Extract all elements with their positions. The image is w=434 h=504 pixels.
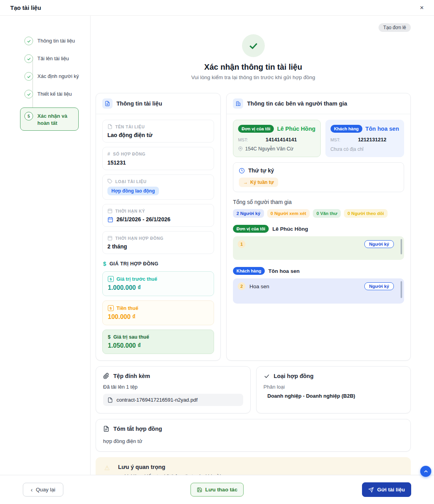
calendar-icon [107,235,113,241]
mode-badge[interactable]: Tạo đơn lẻ [379,23,411,32]
followers-count-badge: 0 Người theo dõi [344,209,388,218]
card-title: Tệp đính kèm [113,373,150,379]
warning-icon: ⚠ [104,464,110,472]
check-icon [24,54,33,63]
clerk-count-badge: 0 Văn thư [313,209,341,218]
summary-card: Tóm tắt hợp đồng hợp đồng điện tử [96,419,411,452]
save-action-button[interactable]: Lưu thao tác [190,483,244,497]
tax-id: 14141414141 [266,137,297,143]
party-badge: Đơn vị của tôi [238,125,274,133]
tax-amount: $ Tiền thuế 100.000 ₫ [102,300,214,325]
calendar-icon [107,217,113,222]
parties-card: Thông tin các bên và người tham gia Đơn … [226,93,411,361]
clock-icon [239,168,245,174]
sequential-sign-badge: → Ký tuần tự [239,178,278,187]
calendar-icon [107,208,113,213]
scroll-to-top-button[interactable] [420,466,431,477]
page-title: Xác nhận thông tin tài liệu [96,63,411,72]
stepper-sidebar: Thông tin tài liệu Tải lên tài liệu Xác … [0,16,90,475]
total-participants-label: Tổng số người tham gia [233,199,404,205]
group-badge: Khách hàng [233,267,265,275]
group-my-unit: Đơn vị của tôi Lê Phúc Hồng 1 Người ký [233,225,404,260]
party-name: Lê Phúc Hồng [277,126,315,132]
scrollbar[interactable] [401,239,402,254]
paperclip-icon [103,373,109,379]
party-customer: Khách hàng Tôn hoa sen MST: 1212131212 C… [325,120,404,157]
file-icon [107,124,113,129]
modal-header: Tạo tài liệu × [0,0,434,16]
create-document-modal: Tạo tài liệu × Thông tin tài liệu Tải lê… [0,0,434,504]
close-icon[interactable]: × [420,4,424,11]
dollar-icon: $ [108,334,111,340]
success-check-icon [242,34,265,57]
group-customer: Khách hàng Tôn hoa sen 2 Hoa sen Người k… [233,267,404,304]
send-icon [368,487,374,493]
chevron-up-icon [423,469,428,474]
field-contract-number: # SỐ HỢP ĐỒNG 151231 [102,147,214,170]
money-icon: $ [108,305,114,311]
card-title: Tóm tắt hợp đồng [113,426,162,432]
card-title: Loại hợp đồng [274,373,314,379]
card-title: Thông tin tài liệu [116,100,162,107]
arrow-right-icon: → [243,180,248,185]
step-number: 5 [24,112,33,120]
check-icon [24,72,33,81]
value-before-tax: $ Giá trị trước thuế 1.000.000 ₫ [102,271,214,296]
check-icon [24,90,33,98]
tag-icon [107,179,113,184]
contract-value-section: $ GIÁ TRỊ HỢP ĐỒNG [103,261,214,267]
modal-title: Tạo tài liệu [10,4,41,11]
file-icon [107,397,113,403]
field-document-name: TÊN TÀI LIỆU Lao động điện tử [102,120,214,143]
step-signers[interactable]: Xác định người ký [24,72,90,81]
scrollbar[interactable] [401,281,402,298]
field-document-type: LOẠI TÀI LIỆU Hợp đồng lao động [102,174,214,200]
group-badge: Đơn vị của tôi [233,225,269,233]
attached-file[interactable]: contract-1769417216591-n2yad.pdf [103,394,243,406]
step-upload[interactable]: Tải lên tài liệu [24,54,90,63]
chevron-left-icon: ‹ [31,487,33,493]
action-bar: ‹ Quay lại Lưu thao tác Gửi tài liệu [0,475,434,504]
main-content: Tạo đơn lẻ Xác nhận thông tin tài liệu V… [90,16,434,475]
signers-count-badge: 2 Người ký [233,209,264,218]
money-icon: $ [108,276,114,282]
classification-label: Phân loại [264,384,404,390]
save-icon [197,487,202,493]
tax-id: 1212131212 [358,137,386,143]
document-icon [102,98,113,109]
step-document-info[interactable]: Thông tin tài liệu [24,37,90,45]
party-badge: Khách hàng [331,125,362,133]
attachments-card: Tệp đính kèm Đã tải lên 1 tệp contract-1… [96,366,251,413]
check-icon [264,373,270,379]
classification-value: Doanh nghiệp - Doanh nghiệp (B2B) [268,393,404,399]
document-info-card: Thông tin tài liệu TÊN TÀI LIỆU Lao động… [96,93,221,361]
file-name: contract-1769417216591-n2yad.pdf [116,397,198,403]
upload-status: Đã tải lên 1 tệp [103,384,243,390]
step-design[interactable]: Thiết kế tài liệu [24,90,90,98]
order-number: 2 [238,282,246,290]
field-contract-duration: THỜI HẠN HỢP ĐỒNG 2 tháng [102,231,214,254]
party-name: Tôn hoa sen [366,126,399,132]
page-subtitle: Vui lòng kiểm tra lại thông tin trước kh… [96,74,411,80]
contract-type-card: Loại hợp đồng Phân loại Doanh nghiệp - D… [256,366,411,413]
value-after-tax: $ Giá trị sau thuế 1.050.000 ₫ [102,330,214,354]
check-icon [24,37,33,45]
member-row: 1 Người ký [238,240,394,248]
card-title: Thông tin các bên và người tham gia [247,100,347,107]
summary-content: hợp đồng điện tử [103,438,403,444]
party-address: Chưa có địa chỉ [331,146,399,152]
party-address: 154C Nguyễn Văn Cừ [238,146,316,152]
confirmation-hero: Xác nhận thông tin tài liệu Vui lòng kiể… [96,34,411,80]
map-pin-icon [238,146,243,151]
step-confirm[interactable]: 5 Xác nhận và hoàn tất [20,107,79,131]
building-icon [233,98,243,109]
reviewers-count-badge: 0 Người xem xét [267,209,310,218]
role-badge: Người ký [364,240,394,248]
back-button[interactable]: ‹ Quay lại [23,483,63,497]
sign-order-box: Thứ tự ký → Ký tuần tự [233,162,404,192]
field-sign-deadline: THỜI HẠN KÝ 26/1/2026 - 26/1/2026 [102,204,214,227]
send-document-button[interactable]: Gửi tài liệu [362,482,411,497]
role-badge: Người ký [364,282,394,290]
member-row: 2 Hoa sen Người ký [238,282,394,290]
hash-icon: # [107,151,110,157]
